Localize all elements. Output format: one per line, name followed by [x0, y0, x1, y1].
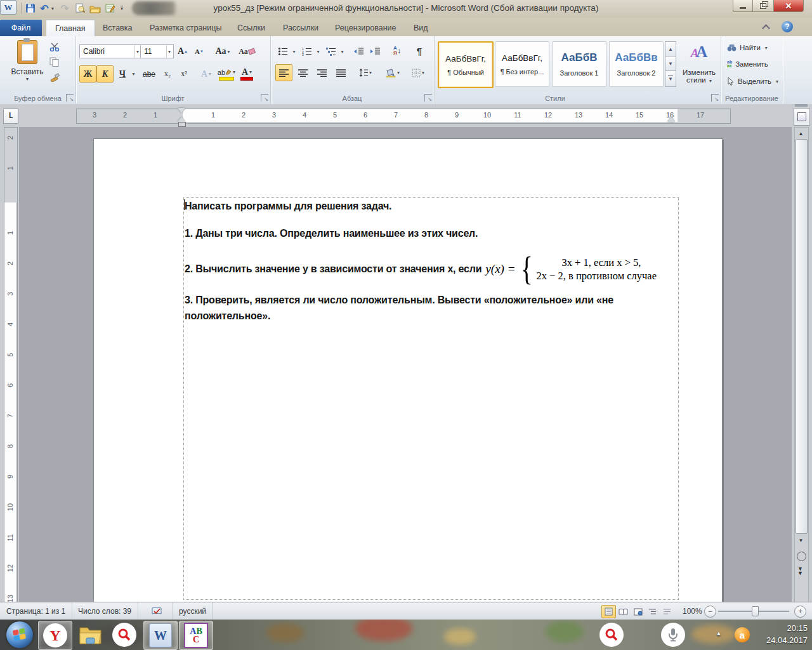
superscript-button[interactable]: x² [176, 65, 192, 83]
multilevel-dropdown[interactable]: ▾ [337, 44, 346, 59]
zoom-in-button[interactable]: + [794, 606, 806, 618]
font-name-combo[interactable]: Calibri▾ [79, 44, 142, 58]
select-browse-object-button[interactable] [797, 552, 806, 561]
bold-button[interactable]: Ж [79, 65, 96, 83]
view-fullscreen-reading[interactable] [616, 605, 631, 618]
start-button[interactable] [6, 621, 33, 648]
tab-view[interactable]: Вид [405, 20, 437, 36]
decrease-indent-button[interactable] [350, 44, 367, 59]
subscript-button[interactable]: x₂ [159, 65, 176, 83]
strikethrough-button[interactable]: abe [139, 65, 159, 83]
replace-button[interactable]: abac Заменить [727, 60, 768, 68]
scroll-down-arrow[interactable]: ▼ [795, 535, 807, 545]
close-button[interactable]: ✕ [773, 0, 804, 12]
tab-page-layout[interactable]: Разметка страницы [141, 20, 230, 36]
justify-button[interactable] [332, 64, 350, 81]
italic-button[interactable]: К [96, 65, 114, 83]
styles-scroll-down[interactable]: ▼ [665, 56, 676, 71]
find-button[interactable]: Найти▾ [727, 44, 768, 51]
tab-review[interactable]: Рецензирование [326, 20, 405, 36]
styles-scroll-up[interactable]: ▲ [665, 41, 676, 56]
paragraph-dialog-launcher[interactable]: ↘ [424, 94, 432, 102]
left-indent-marker[interactable] [178, 122, 186, 127]
align-left-button[interactable] [275, 64, 292, 81]
minimize-button[interactable] [733, 0, 753, 12]
view-outline[interactable] [645, 605, 660, 618]
clipboard-dialog-launcher[interactable]: ↘ [66, 94, 74, 102]
right-indent-marker[interactable] [667, 117, 675, 122]
style-heading2[interactable]: АаБбВв Заголовок 2 [609, 41, 664, 87]
split-handle[interactable] [795, 104, 808, 107]
change-styles-button[interactable]: AA Изменить стили ▾ [680, 41, 718, 97]
bullets-dropdown[interactable]: ▾ [289, 44, 298, 59]
text-effects-button[interactable]: А▾ [197, 65, 215, 83]
grow-font-button[interactable]: А▲ [174, 43, 191, 60]
styles-gallery-expand[interactable]: ▼ [665, 70, 676, 87]
ruler-toggle-button[interactable] [794, 108, 810, 126]
change-case-button[interactable]: Аа▾ [211, 43, 234, 60]
taskbar-yandex-browser[interactable]: Y [38, 621, 72, 650]
help-icon[interactable]: ? [782, 21, 793, 32]
show-paragraph-marks-button[interactable]: ¶ [411, 43, 428, 59]
underline-dropdown[interactable]: ▾ [129, 65, 137, 83]
tab-mailings[interactable]: Рассылки [274, 20, 327, 36]
zoom-out-button[interactable]: − [704, 606, 716, 618]
tray-search[interactable] [595, 621, 628, 649]
style-no-spacing[interactable]: АаБбВвГг, ¶ Без интер... [495, 41, 549, 87]
language-indicator[interactable]: русский [173, 602, 213, 620]
clear-formatting-button[interactable]: Аа [238, 43, 256, 60]
doc-line-5[interactable]: положительное». [185, 310, 270, 322]
tab-file[interactable]: Файл [0, 20, 42, 36]
tab-references[interactable]: Ссылки [228, 20, 274, 36]
increase-indent-button[interactable] [367, 44, 383, 59]
collapse-ribbon-icon[interactable] [761, 23, 771, 30]
borders-button[interactable]: ▾ [406, 64, 430, 81]
view-print-layout[interactable] [601, 605, 616, 618]
restore-button[interactable] [752, 0, 774, 12]
doc-line-4[interactable]: 3. Проверить, является ли число положите… [185, 295, 613, 306]
taskbar-abc-app[interactable]: AB C [179, 621, 213, 650]
spellcheck-status[interactable] [141, 602, 173, 620]
vertical-scrollbar[interactable]: ▲ ▼ ▼▼ [794, 127, 809, 602]
numbering-button[interactable]: 123 [299, 44, 315, 59]
taskbar-word[interactable]: W [143, 621, 178, 650]
tab-home[interactable]: Главная [46, 20, 95, 37]
tab-insert[interactable]: Вставка [94, 20, 141, 36]
bullets-button[interactable] [275, 44, 291, 59]
hanging-indent-marker[interactable] [178, 117, 185, 122]
highlight-button[interactable]: ab ▾ [216, 65, 237, 83]
horizontal-ruler[interactable]: 321 1234567891011121314151617 [76, 109, 731, 124]
format-painter-button[interactable] [49, 72, 60, 82]
document-page[interactable]: Написать программы для решения задач. 1.… [93, 138, 723, 602]
view-web-layout[interactable] [631, 605, 645, 618]
doc-line-1[interactable]: Написать программы для решения задач. [185, 201, 391, 212]
shading-button[interactable]: ▾ [381, 64, 405, 81]
view-draft[interactable] [660, 605, 674, 618]
style-normal[interactable]: АаБбВвГг, ¶ Обычный [438, 41, 494, 88]
font-dialog-launcher[interactable]: ↘ [261, 94, 268, 102]
scroll-up-arrow[interactable]: ▲ [795, 128, 807, 138]
multilevel-list-button[interactable] [324, 44, 339, 59]
doc-line-3[interactable]: 2. Вычислить значение y в зависимости от… [185, 255, 657, 284]
styles-dialog-launcher[interactable]: ↘ [711, 94, 719, 102]
taskbar-file-explorer[interactable] [74, 621, 107, 649]
page-indicator[interactable]: Страница: 1 из 1 [0, 602, 72, 620]
select-button[interactable]: Выделить▾ [727, 77, 778, 86]
align-center-button[interactable] [294, 64, 311, 81]
tray-clock[interactable]: 20:15 24.04.2017 [752, 622, 808, 646]
tray-show-hidden-icons[interactable]: ▲ [716, 630, 722, 637]
zoom-slider-thumb[interactable] [752, 606, 759, 616]
style-heading1[interactable]: АаБбВ Заголовок 1 [552, 41, 606, 87]
vertical-ruler[interactable]: 21 12345678910111213 [4, 127, 18, 602]
scrollbar-thumb[interactable] [796, 139, 808, 534]
numbering-dropdown[interactable]: ▾ [313, 44, 322, 59]
align-right-button[interactable] [313, 64, 331, 81]
first-line-indent-marker[interactable] [178, 108, 185, 113]
copy-button[interactable] [49, 57, 60, 67]
tray-orange-app-icon[interactable]: a [735, 627, 750, 642]
paste-button[interactable]: Вставить ▾ [9, 40, 46, 96]
font-size-combo[interactable]: 11▾ [140, 44, 174, 58]
underline-button[interactable]: Ч [115, 65, 130, 83]
tab-stop-selector[interactable]: L [3, 109, 18, 124]
doc-line-2[interactable]: 1. Даны три числа. Определить наименьшее… [185, 228, 478, 239]
